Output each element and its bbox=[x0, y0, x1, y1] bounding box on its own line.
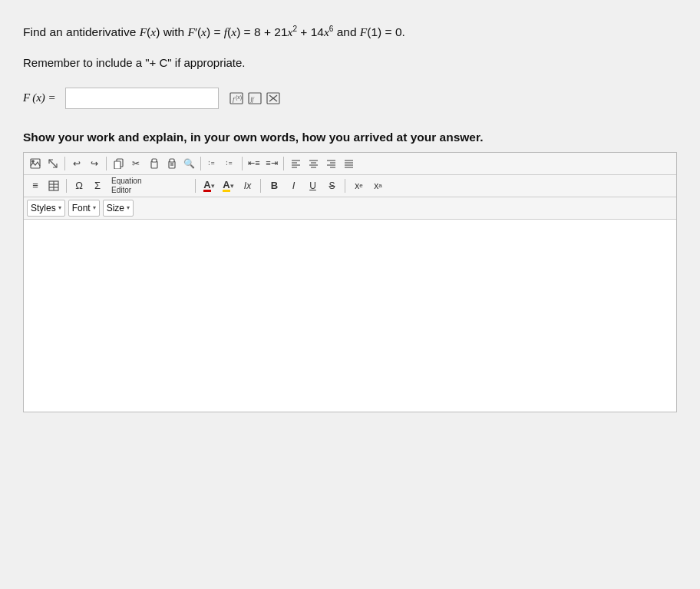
align-right-btn[interactable] bbox=[322, 155, 339, 172]
size-label: Size bbox=[107, 203, 124, 213]
resize-btn[interactable] bbox=[45, 155, 61, 172]
image-btn[interactable] bbox=[27, 155, 44, 172]
redo-btn[interactable]: ↪ bbox=[86, 155, 103, 172]
list-ordered-btn[interactable]: := bbox=[204, 155, 221, 172]
cut-btn[interactable]: ✂ bbox=[127, 155, 144, 172]
styles-dropdown[interactable]: Styles ▾ bbox=[27, 200, 65, 217]
toolbar-row1: ↩ ↪ ✂ bbox=[24, 153, 676, 175]
size-arrow: ▾ bbox=[127, 204, 130, 211]
answer-label: F (x) = bbox=[23, 91, 56, 104]
align-center-btn[interactable] bbox=[305, 155, 322, 172]
svg-rect-12 bbox=[114, 161, 121, 169]
clear-format-btn[interactable]: Ix bbox=[239, 177, 256, 194]
undo-btn[interactable]: ↩ bbox=[68, 155, 85, 172]
superscript-btn[interactable]: xa bbox=[369, 177, 386, 194]
svg-text::=: := bbox=[207, 160, 215, 167]
highlight-btn[interactable]: A ▾ bbox=[220, 177, 236, 194]
svg-text:(x): (x) bbox=[236, 94, 242, 101]
svg-point-9 bbox=[32, 160, 34, 162]
formula-icon-2[interactable]: ∫f bbox=[246, 90, 263, 107]
sub-indicator: e bbox=[359, 182, 362, 189]
list-unordered-btn[interactable]: := bbox=[222, 155, 239, 172]
font-label: Font bbox=[72, 203, 91, 213]
work-label: Show your work and explain, in your own … bbox=[23, 131, 677, 144]
svg-rect-16 bbox=[170, 159, 174, 162]
clear-format-label: Ix bbox=[244, 180, 251, 191]
find-btn[interactable]: 🔍 bbox=[180, 155, 197, 172]
editor-label: Editor bbox=[111, 186, 141, 195]
paste-btn[interactable] bbox=[145, 155, 162, 172]
toolbar-row2: ≡ Ω Σ Equation Editor bbox=[24, 175, 676, 197]
sup-indicator: a bbox=[378, 182, 381, 189]
indent-increase-btn[interactable]: ≡⇥ bbox=[263, 155, 280, 172]
font-color-label: A bbox=[203, 180, 210, 192]
paste-plain-btn[interactable] bbox=[163, 155, 180, 172]
equation-label: Equation bbox=[111, 177, 141, 186]
strikethrough-btn[interactable]: S bbox=[323, 177, 340, 194]
subscript-btn[interactable]: xe bbox=[350, 177, 367, 194]
editor-content-area[interactable] bbox=[24, 220, 676, 412]
svg-line-10 bbox=[49, 160, 57, 167]
equation-editor-btn[interactable]: Equation Editor bbox=[107, 177, 145, 194]
size-dropdown[interactable]: Size ▾ bbox=[103, 200, 134, 217]
font-arrow: ▾ bbox=[93, 204, 96, 211]
underline-btn[interactable]: U bbox=[304, 177, 321, 194]
font-color-btn[interactable]: A ▾ bbox=[200, 177, 217, 194]
indent-decrease-btn[interactable]: ⇤≡ bbox=[246, 155, 262, 172]
bold-btn[interactable]: B bbox=[266, 177, 282, 194]
omega-btn[interactable]: Ω bbox=[71, 177, 88, 194]
svg-rect-14 bbox=[152, 159, 157, 162]
styles-arrow: ▾ bbox=[58, 204, 61, 211]
font-dropdown[interactable]: Font ▾ bbox=[68, 200, 100, 217]
svg-text::=: := bbox=[225, 160, 233, 167]
answer-input[interactable] bbox=[65, 88, 219, 109]
dropdown-row: Styles ▾ Font ▾ Size ▾ bbox=[24, 197, 676, 220]
copy-btn[interactable] bbox=[110, 155, 127, 172]
highlight-arrow: ▾ bbox=[230, 182, 234, 190]
answer-row: F (x) = f (x) ∫f bbox=[23, 88, 677, 109]
rich-text-editor[interactable]: ↩ ↪ ✂ bbox=[23, 152, 677, 412]
styles-label: Styles bbox=[31, 203, 56, 213]
formula-icon-3[interactable] bbox=[265, 90, 282, 107]
problem-container: Find an antiderivative F(x) with F′(x) =… bbox=[23, 23, 677, 412]
svg-text:∫f: ∫f bbox=[249, 96, 255, 103]
row2-right: A ▾ A ▾ Ix B I bbox=[193, 177, 386, 194]
reminder-text: Remember to include a "+ C" if appropria… bbox=[23, 56, 677, 69]
justify-btn[interactable] bbox=[340, 155, 357, 172]
problem-statement: Find an antiderivative F(x) with F′(x) =… bbox=[23, 23, 677, 42]
font-color-arrow: ▾ bbox=[211, 182, 215, 190]
formula-icon-1[interactable]: f (x) bbox=[228, 90, 245, 107]
table-btn[interactable] bbox=[45, 177, 62, 194]
highlight-label: A bbox=[223, 180, 229, 192]
align-left-btn[interactable] bbox=[287, 155, 304, 172]
answer-icon-group: f (x) ∫f bbox=[228, 90, 282, 107]
blockquote-btn[interactable]: ≡ bbox=[27, 177, 44, 194]
row2-left: ≡ Ω Σ Equation Editor bbox=[27, 177, 145, 194]
sigma-btn[interactable]: Σ bbox=[89, 177, 106, 194]
italic-btn[interactable]: I bbox=[285, 177, 302, 194]
